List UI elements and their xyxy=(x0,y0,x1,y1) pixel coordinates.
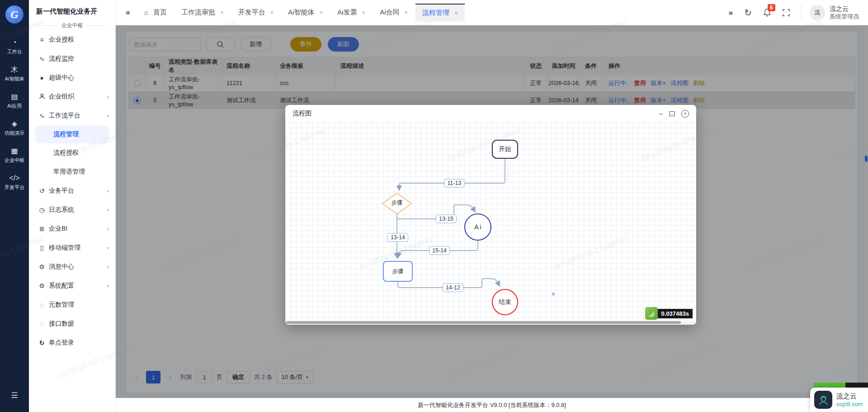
expand-tabs-icon[interactable]: » xyxy=(728,9,733,17)
sidebar-item-api-data[interactable]: ◌ 接口数据 xyxy=(29,314,115,333)
modal-header[interactable]: 流程图 − × xyxy=(285,105,696,122)
edge-label[interactable]: 15-14 xyxy=(429,246,450,255)
rail-item-demo[interactable]: ◈ 功能演示 xyxy=(5,120,24,137)
flow-node-end[interactable]: 结束 xyxy=(492,289,518,315)
tab-process-management[interactable]: 流程管理 × xyxy=(415,4,465,22)
close-icon[interactable]: × xyxy=(681,110,689,118)
close-icon[interactable]: × xyxy=(362,9,366,16)
maximize-icon[interactable] xyxy=(670,111,675,116)
tab-home[interactable]: ⌂ 首页 xyxy=(137,4,174,22)
chevron-down-icon: ▾ xyxy=(107,284,109,289)
sidebar-item-common-phrases[interactable]: 常用语管理 xyxy=(29,162,115,181)
chevron-down-icon: ▾ xyxy=(107,114,109,118)
collapse-tabs-icon[interactable]: « xyxy=(126,8,130,17)
rail-item-enterprise-hub[interactable]: ▦ 企业中枢 xyxy=(5,147,24,164)
tab-dev-platform[interactable]: 开发平台 × xyxy=(231,4,281,22)
edge-label[interactable]: 13-15 xyxy=(436,215,457,223)
sidebar-item-message-center[interactable]: ⚙ 消息中心 ▾ xyxy=(29,257,115,276)
sidebar-item-business-platform[interactable]: ↺ 业务平台 ▾ xyxy=(29,181,115,200)
rail-item-workbench[interactable]: ◔ 工作台 xyxy=(7,39,22,55)
flowchart-modal: 流程图 − × 开始 步骤 Ai 步骤 结束 xyxy=(285,105,696,325)
chat-brand-name: 流之云 xyxy=(836,392,863,400)
rail-item-ai-agent[interactable]: 木 Ai智能体 xyxy=(5,66,24,82)
sidebar-item-mobile-management[interactable]: ▯ 移动端管理 ▾ xyxy=(29,238,115,257)
chevron-down-icon: ▾ xyxy=(107,246,109,251)
sidebar-item-super-center[interactable]: ● 超级中心 xyxy=(29,68,115,87)
tab-label: 工作流审批 xyxy=(181,8,215,17)
rail-item-label: Ai应用 xyxy=(7,103,22,109)
code-icon: </> xyxy=(9,175,19,182)
tab-ai-invoice[interactable]: Ai发票 × xyxy=(330,4,372,22)
rail-item-label: 开发平台 xyxy=(5,184,24,191)
sidebar-item-enterprise-auth[interactable]: ≡ 企业授权 xyxy=(29,30,115,49)
dashed-circle-icon: ◌ xyxy=(38,320,46,327)
flowchart-canvas[interactable]: 开始 步骤 Ai 步骤 结束 11-13 13-15 13-14 15-14 1… xyxy=(285,122,696,325)
rail-item-dev-platform[interactable]: </> 开发平台 xyxy=(5,175,24,191)
section-text: 企业中枢 xyxy=(61,22,83,29)
chevron-down-icon: ▾ xyxy=(107,265,109,270)
sidebar-item-process-auth[interactable]: 流程授权 xyxy=(29,143,115,162)
close-icon[interactable]: × xyxy=(404,9,408,16)
sidebar-item-label: 日志系统 xyxy=(49,206,74,214)
sidebar-item-label: 元数管理 xyxy=(49,301,74,309)
rail-item-label: 企业中枢 xyxy=(5,157,24,164)
tab-label: Ai合同 xyxy=(380,8,399,17)
rail-item-ai-app[interactable]: ▤ Ai应用 xyxy=(7,93,22,109)
sidebar-item-enterprise-org[interactable]: 企业组织 ▾ xyxy=(29,87,115,106)
app-logo-icon[interactable]: G xyxy=(5,5,24,24)
notifications-bell[interactable]: 6 xyxy=(763,8,771,17)
user-role: 系统管理员 xyxy=(830,13,859,20)
person-icon xyxy=(38,93,46,101)
tab-label: 首页 xyxy=(153,8,167,17)
close-icon[interactable]: × xyxy=(270,9,274,16)
modal-horizontal-scrollbar[interactable] xyxy=(285,321,696,325)
sidebar-item-enterprise-bi[interactable]: ≣ 企业BI ▾ xyxy=(29,219,115,238)
sidebar-item-process-management[interactable]: 流程管理 xyxy=(35,125,109,143)
modal-window-controls: − × xyxy=(659,110,689,118)
tab-ai-agent[interactable]: Ai智能体 × xyxy=(281,4,330,22)
flow-node-start[interactable]: 开始 xyxy=(492,140,518,159)
chat-site-link[interactable]: cojz8.com xyxy=(836,400,863,408)
phone-icon: ▯ xyxy=(38,244,46,251)
edge-label[interactable]: 14-12 xyxy=(443,284,463,292)
rail-item-label: Ai智能体 xyxy=(5,76,24,82)
tab-label: 流程管理 xyxy=(422,9,449,17)
minimize-icon[interactable]: − xyxy=(659,110,663,117)
wallet-icon: ▤ xyxy=(11,93,18,100)
tab-bar: « ⌂ 首页 工作流审批 × 开发平台 × Ai智能体 × Ai发票 × Ai合… xyxy=(116,0,868,25)
sidebar-item-process-monitor[interactable]: ∿ 流程监控 xyxy=(29,49,115,68)
rail-collapse-icon[interactable]: ☰ xyxy=(11,391,18,400)
flow-node-step[interactable]: 步骤 xyxy=(383,261,413,282)
sidebar-item-label: 企业BI xyxy=(49,225,67,233)
tab-workflow-approval[interactable]: 工作流审批 × xyxy=(175,4,231,22)
tab-ai-contract[interactable]: Ai合同 × xyxy=(373,4,415,22)
fullscreen-icon[interactable] xyxy=(783,9,790,16)
refresh-icon[interactable]: ↻ xyxy=(744,8,752,17)
sidebar-item-label: 流程授权 xyxy=(53,149,79,157)
sidebar-item-workflow-platform[interactable]: ∿ 工作流平台 ▾ xyxy=(29,106,115,125)
edge-label[interactable]: 11-13 xyxy=(444,179,464,188)
sidebar-item-sso[interactable]: ↻ 单点登录 xyxy=(29,333,115,352)
modal-title: 流程图 xyxy=(292,109,311,118)
user-menu[interactable]: 流 流之云 系统管理员 xyxy=(801,5,859,20)
close-icon[interactable]: × xyxy=(220,9,224,16)
rail-item-label: 工作台 xyxy=(7,48,22,55)
drop-icon: ● xyxy=(38,74,46,81)
selection-handle xyxy=(552,293,555,295)
background-window-edge-dark xyxy=(845,383,868,388)
sidebar-section-label: 企业中枢 xyxy=(36,22,108,29)
sidebar-menu: ≡ 企业授权 ∿ 流程监控 ● 超级中心 企业组织 ▾ ∿ 工作流平台 ▾ 流程… xyxy=(29,30,115,352)
sidebar-item-log-system[interactable]: ◷ 日志系统 ▾ xyxy=(29,200,115,219)
edge-label[interactable]: 13-14 xyxy=(387,233,408,242)
modal-scrollbar-thumb[interactable] xyxy=(286,321,681,324)
sidebar-item-metadata-management[interactable]: ◌ 元数管理 xyxy=(29,295,115,314)
close-icon[interactable]: × xyxy=(320,9,323,16)
sidebar-item-label: 移动端管理 xyxy=(49,244,80,252)
sidebar-item-system-config[interactable]: ⚙ 系统配置 ▾ xyxy=(29,276,115,295)
sidebar-item-label: 工作流平台 xyxy=(49,112,80,120)
chevron-down-icon: ▾ xyxy=(107,208,109,213)
close-icon[interactable]: × xyxy=(454,9,458,16)
background-window-edge-green xyxy=(814,383,845,388)
support-chat-widget[interactable]: 流之云 cojz8.com xyxy=(810,388,868,412)
flow-node-ai[interactable]: Ai xyxy=(464,213,491,241)
